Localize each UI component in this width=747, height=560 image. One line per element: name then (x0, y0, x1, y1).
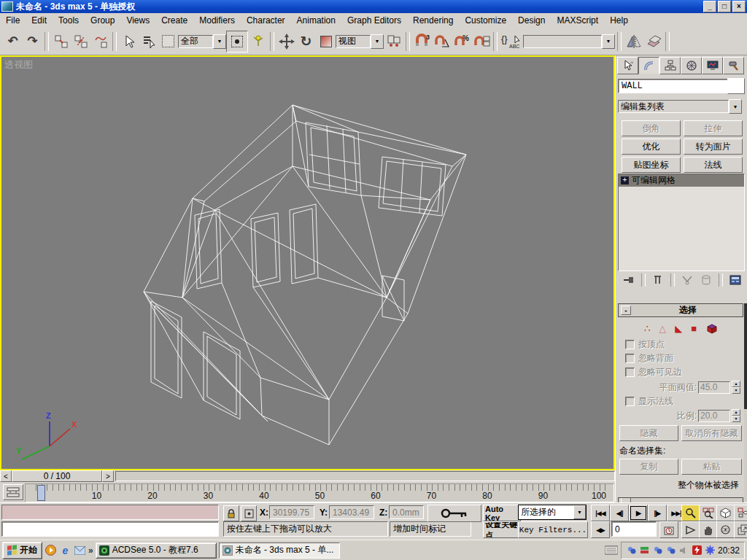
motion-tab-icon[interactable] (681, 57, 702, 74)
modify-tab-icon[interactable] (638, 57, 659, 74)
maximize-button[interactable]: □ (718, 1, 731, 12)
pan-hand-icon[interactable] (699, 521, 717, 538)
stack-item-label[interactable]: 可编辑网格 (632, 174, 676, 187)
ignore-backfacing-checkbox[interactable] (625, 354, 635, 363)
tray-gear-icon[interactable] (705, 545, 716, 556)
ignore-visible-edges-checkbox[interactable] (625, 368, 635, 377)
menu-tools[interactable]: Tools (53, 14, 85, 27)
maxscript-mini-listener-pink[interactable] (1, 505, 219, 520)
track-bar-frame-handle[interactable] (37, 485, 45, 501)
zoom-extents-icon[interactable] (716, 505, 735, 521)
chevron-down-icon[interactable]: ▼ (729, 99, 742, 114)
object-color-swatch[interactable] (727, 78, 745, 94)
go-to-start-button[interactable]: |◀◀ (591, 505, 610, 521)
create-tab-icon[interactable] (617, 57, 638, 74)
z-coord-field[interactable]: 0.0mm (389, 505, 424, 519)
edit-button[interactable]: 拉伸 (684, 120, 743, 136)
face-icon[interactable]: ◣ (675, 323, 682, 334)
quick-launch-more[interactable]: » (88, 545, 93, 556)
edit-button[interactable]: 倒角 (622, 120, 681, 136)
task-3dsmax[interactable]: 未命名 - 3ds max 5 - 单... (219, 542, 340, 559)
menu-maxscript[interactable]: MAXScript (551, 14, 604, 27)
window-crossing-toggle[interactable] (226, 31, 248, 52)
edit-named-selections-icon[interactable]: {}ABC (500, 31, 523, 52)
display-tab-icon[interactable] (702, 57, 723, 74)
collapse-icon[interactable]: - (621, 306, 631, 315)
tray-speaker-icon[interactable] (678, 545, 689, 556)
configure-modifier-sets-icon[interactable] (727, 273, 744, 287)
time-slider-handle[interactable]: 0 / 100 (12, 470, 102, 482)
minimize-button[interactable]: _ (703, 1, 716, 12)
menu-rendering[interactable]: Rendering (407, 14, 459, 27)
select-and-rotate-icon[interactable]: ↻ (296, 31, 316, 52)
menu-modifiers[interactable]: Modifiers (193, 14, 241, 27)
edit-button[interactable]: 法线 (684, 157, 743, 173)
start-button[interactable]: 开始 (2, 542, 42, 559)
select-and-link-icon[interactable] (51, 31, 71, 52)
element-icon[interactable] (705, 323, 717, 334)
named-selection-dropdown[interactable]: ▼ (523, 34, 615, 49)
planar-threshold-field[interactable]: 45.0 (698, 381, 730, 394)
selection-lock-toggle[interactable] (223, 505, 239, 521)
play-button[interactable]: ▶ (629, 505, 648, 521)
angle-snap-icon[interactable] (432, 31, 452, 52)
copy-button[interactable]: 复制 (619, 459, 678, 475)
chevron-down-icon[interactable]: ▼ (602, 34, 615, 49)
align-icon[interactable] (643, 31, 663, 52)
keyboard-icon[interactable] (605, 545, 618, 555)
unhide-all-button[interactable]: 取消所有隐藏 (681, 425, 742, 441)
open-mini-curve-editor-icon[interactable] (3, 484, 23, 500)
field-of-view-icon[interactable] (681, 521, 700, 538)
remove-modifier-icon[interactable] (697, 273, 715, 287)
percent-snap-icon[interactable]: % (452, 31, 471, 52)
reference-coordinate-dropdown[interactable]: 视图 ▼ (336, 34, 384, 49)
tray-lightning-icon[interactable] (692, 545, 703, 556)
close-button[interactable]: × (732, 1, 746, 12)
menu-customize[interactable]: Customize (459, 14, 512, 27)
paste-button[interactable]: 粘贴 (681, 459, 742, 475)
time-slider-track[interactable] (115, 471, 615, 481)
utilities-tab-icon[interactable] (723, 57, 744, 74)
snap-toggle-icon[interactable]: 3 (412, 31, 432, 52)
edit-button[interactable]: 转为面片 (684, 139, 743, 155)
set-key-icon[interactable] (427, 505, 481, 522)
absolute-offset-toggle[interactable] (241, 505, 257, 521)
zoom-icon[interactable] (681, 505, 700, 521)
by-vertex-checkbox[interactable] (625, 340, 635, 349)
menu-create[interactable]: Create (155, 14, 193, 27)
menu-design[interactable]: Design (512, 14, 551, 27)
redo-icon[interactable]: ↷ (23, 31, 42, 52)
select-by-name-icon[interactable] (139, 31, 158, 52)
key-filter-dropdown[interactable]: 所选择的 ▼ (518, 505, 587, 520)
menu-edit[interactable]: Edit (26, 14, 53, 27)
menu-animation[interactable]: Animation (291, 14, 341, 27)
select-and-scale-icon[interactable] (316, 31, 336, 52)
x-coord-field[interactable]: 30199.75 (269, 505, 314, 519)
modifier-list-dropdown[interactable]: 编辑集列表 ▼ (618, 99, 742, 114)
menu-graph-editors[interactable]: Graph Editors (341, 14, 407, 27)
show-normals-checkbox[interactable] (625, 397, 635, 406)
perspective-viewport[interactable]: 透视图 Z X Y (0, 55, 615, 470)
y-coord-field[interactable]: 13403.49 (329, 505, 374, 519)
tray-user3-icon[interactable] (665, 545, 676, 556)
previous-frame-button[interactable]: ◀|| (610, 505, 629, 521)
expand-icon[interactable]: + (621, 176, 629, 184)
hierarchy-tab-icon[interactable] (659, 57, 681, 74)
select-and-manipulate-icon[interactable] (248, 31, 268, 52)
menu-character[interactable]: Character (241, 14, 291, 27)
zoom-extents-all-icon[interactable] (734, 505, 747, 521)
internet-explorer-icon[interactable]: e (59, 544, 71, 556)
show-end-result-icon[interactable] (649, 273, 667, 287)
time-configuration-icon[interactable] (659, 521, 678, 538)
normals-scale-spinner[interactable]: ▲▼ (732, 409, 740, 422)
selection-rollout-header[interactable]: - 选择 (618, 303, 743, 317)
use-pivot-center-icon[interactable] (384, 31, 403, 52)
set-key-mode-button[interactable]: 设置关键点 (483, 521, 521, 538)
outlook-icon[interactable] (74, 544, 86, 556)
chevron-down-icon[interactable]: ▼ (371, 34, 384, 49)
add-time-tag[interactable]: 增加时间标记 (390, 521, 471, 537)
track-bar-ruler[interactable]: 0102030405060708090100 (25, 483, 614, 502)
time-slider-next[interactable]: > (102, 470, 114, 482)
tray-disk-icon[interactable] (639, 545, 650, 556)
spinner-snap-icon[interactable] (471, 31, 491, 52)
